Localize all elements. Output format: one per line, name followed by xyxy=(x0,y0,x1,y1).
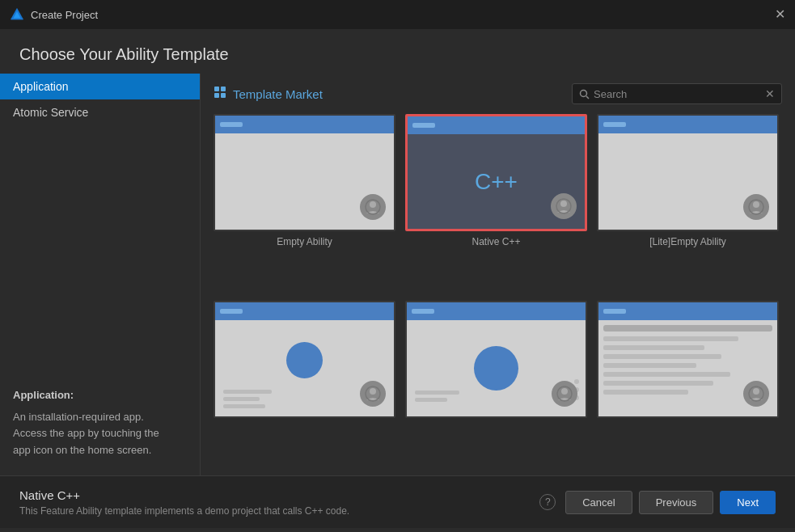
template-label-lite-empty: [Lite]Empty Ability xyxy=(649,236,726,247)
list-line xyxy=(603,381,713,386)
template-preview-4 xyxy=(214,301,395,418)
svg-rect-2 xyxy=(214,87,219,91)
search-icon xyxy=(579,89,590,99)
preview-avatar xyxy=(360,194,386,220)
svg-point-10 xyxy=(560,201,567,207)
big-circle-element xyxy=(474,346,518,391)
avatar-icon-lite xyxy=(748,199,764,215)
preview-line xyxy=(223,397,260,401)
market-icon xyxy=(214,86,226,102)
template-label-native-cpp: Native C++ xyxy=(472,236,520,247)
preview-avatar-6 xyxy=(743,381,769,407)
svg-point-14 xyxy=(370,388,376,395)
titlebar: Create Project ✕ xyxy=(0,0,795,29)
searchbar-element xyxy=(603,325,772,331)
preview-body-5 xyxy=(407,320,586,416)
topbar-indicator xyxy=(220,122,243,127)
dialog-title: Choose Your Ability Template xyxy=(19,45,776,64)
preview-topbar-cpp xyxy=(408,116,585,134)
preview-body-cpp: C++ xyxy=(408,134,585,229)
list-line xyxy=(603,354,721,359)
avatar-icon-5 xyxy=(556,386,573,402)
preview-avatar-4 xyxy=(360,381,386,407)
topbar-indicator-4 xyxy=(220,309,243,314)
svg-point-8 xyxy=(370,201,376,208)
description-text: An installation-required app.Access the … xyxy=(13,409,187,459)
template-preview-5 xyxy=(405,301,587,418)
titlebar-left: Create Project xyxy=(10,7,98,22)
list-line xyxy=(603,372,730,377)
sidebar: Application Atomic Service Application: … xyxy=(0,74,201,475)
cancel-button[interactable]: Cancel xyxy=(565,491,632,514)
footer: Native C++ This Feature Ability template… xyxy=(0,475,795,528)
templates-grid: Empty Ability C++ xyxy=(214,114,782,466)
template-market-icon xyxy=(214,86,226,99)
avatar-icon-4 xyxy=(365,386,381,402)
preview-line xyxy=(223,390,272,394)
template-card-lite-empty[interactable]: [Lite]Empty Ability xyxy=(597,114,779,291)
preview-line xyxy=(223,404,265,408)
dialog-header: Choose Your Ability Template xyxy=(0,29,795,74)
sidebar-items: Application Atomic Service xyxy=(0,74,200,371)
close-button[interactable]: ✕ xyxy=(775,8,785,21)
preview-avatar-cpp xyxy=(551,193,577,219)
app-logo xyxy=(10,7,24,22)
list-line xyxy=(603,390,688,395)
topbar-indicator-cpp xyxy=(412,123,435,128)
selected-template-name: Native C++ xyxy=(19,488,539,502)
dot xyxy=(574,379,579,384)
market-title-text: Template Market xyxy=(233,87,323,101)
template-preview-lite-empty xyxy=(597,114,779,231)
description-title: Application: xyxy=(13,387,187,404)
template-preview-native-cpp: C++ xyxy=(405,114,587,231)
avatar-icon xyxy=(365,199,381,215)
preview-lines-4 xyxy=(223,390,272,408)
sidebar-item-atomic-service[interactable]: Atomic Service xyxy=(0,99,200,125)
avatar-icon-6 xyxy=(748,386,764,402)
svg-point-6 xyxy=(581,90,587,96)
template-card-native-cpp[interactable]: C++ Native C++ xyxy=(405,114,587,291)
template-card-6[interactable] xyxy=(597,301,779,467)
svg-point-16 xyxy=(561,388,568,395)
titlebar-title: Create Project xyxy=(31,9,98,21)
topbar-indicator-6 xyxy=(603,309,626,314)
template-card-4[interactable] xyxy=(214,301,395,467)
search-input[interactable] xyxy=(594,88,765,100)
svg-rect-3 xyxy=(221,87,226,91)
preview-topbar-5 xyxy=(407,302,586,320)
preview-body xyxy=(215,133,394,230)
sidebar-item-application[interactable]: Application xyxy=(0,74,200,99)
cpp-icon: C++ xyxy=(475,169,518,195)
selected-template-description: This Feature Ability template implements… xyxy=(19,505,539,517)
selected-info: Native C++ This Feature Ability template… xyxy=(19,488,539,517)
svg-line-7 xyxy=(586,96,589,99)
svg-rect-4 xyxy=(214,93,219,98)
circle-element xyxy=(286,342,323,378)
svg-point-12 xyxy=(753,201,759,208)
preview-line xyxy=(415,398,447,402)
next-button[interactable]: Next xyxy=(720,491,776,514)
list-line xyxy=(603,345,704,350)
sidebar-description: Application: An installation-required ap… xyxy=(0,371,200,475)
search-clear-button[interactable]: ✕ xyxy=(765,87,775,100)
preview-body-lite xyxy=(598,133,777,230)
template-card-empty-ability[interactable]: Empty Ability xyxy=(214,114,395,291)
market-header: Template Market ✕ xyxy=(214,83,782,104)
preview-body-4 xyxy=(215,320,394,416)
template-card-5[interactable] xyxy=(405,301,587,467)
help-button[interactable]: ? xyxy=(539,494,556,510)
footer-buttons: Cancel Previous Next xyxy=(565,491,776,514)
preview-line xyxy=(415,391,459,395)
preview-topbar xyxy=(215,116,394,133)
svg-rect-5 xyxy=(221,93,226,98)
svg-point-18 xyxy=(753,388,759,395)
list-line xyxy=(603,363,696,368)
preview-body-6 xyxy=(598,320,777,416)
template-preview-empty-ability xyxy=(214,114,395,231)
template-preview-6 xyxy=(597,301,779,418)
preview-topbar-6 xyxy=(598,302,777,320)
main-content: Template Market ✕ xyxy=(201,74,795,475)
dialog-body: Application Atomic Service Application: … xyxy=(0,74,795,475)
previous-button[interactable]: Previous xyxy=(639,491,714,514)
avatar-icon-cpp xyxy=(556,198,572,214)
